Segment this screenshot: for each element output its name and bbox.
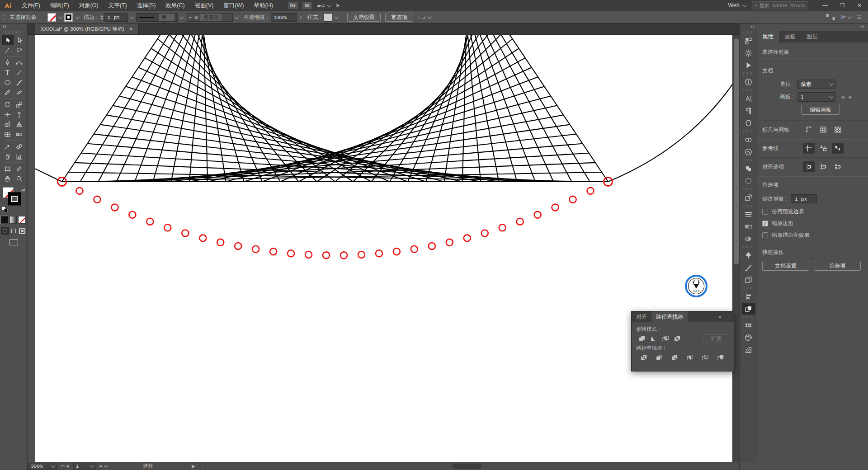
direct-selection-tool[interactable] [14,35,25,45]
status-play-icon[interactable]: ▶ [192,464,195,469]
swap-fill-stroke-icon[interactable]: ⇄ [21,187,25,192]
dock-grip[interactable] [743,31,754,33]
paintbrush-tool[interactable] [14,77,25,87]
dock-grip[interactable] [743,159,754,161]
creative-cloud-panel-icon[interactable] [742,146,755,158]
menu-item[interactable]: 帮助(H) [249,0,278,11]
bridge-button[interactable]: Br [288,2,298,9]
smart-guides-button[interactable] [832,143,844,154]
ellipse-tool[interactable] [2,77,14,87]
export-panel-icon[interactable] [742,192,755,203]
brush-dropdown[interactable]: • 3 点圆形 [186,13,233,22]
menu-item[interactable]: 效果(C) [160,0,189,11]
dock-grip[interactable] [743,287,754,289]
dock-grip[interactable] [743,205,754,207]
artboards-panel-icon[interactable] [742,274,755,286]
exclude-button[interactable] [671,334,683,343]
close-tab-icon[interactable]: ✕ [129,26,133,32]
type-tool[interactable] [2,67,14,77]
slice-tool[interactable] [14,164,25,174]
panel-tab[interactable]: 图层 [801,31,823,42]
info-panel-icon[interactable] [742,76,755,88]
snap-grid-button[interactable] [817,161,829,172]
pencil-tool[interactable] [2,87,14,97]
scale-tool[interactable] [14,99,25,109]
grid-button[interactable] [817,124,829,135]
none-button[interactable] [18,216,26,224]
stock-button[interactable]: St [302,2,312,9]
opacity-expand-icon[interactable]: › [300,14,302,20]
snap-options-icon[interactable]: ⊫ [841,14,850,20]
keyboard-increment-field[interactable]: 1 px [791,194,817,203]
vertical-scroll-thumb[interactable] [734,38,739,264]
dock-grip[interactable] [743,188,754,190]
stock-search-input[interactable]: ⌕ 搜索 Adobe Stock [752,1,808,9]
pathfinder-panel-tab[interactable]: 对齐 [632,311,651,322]
panel-tab[interactable]: 画板 [779,31,801,42]
arrange-icon[interactable]: ▘▗ [826,14,835,20]
expand-button[interactable]: 扩展 [703,334,729,343]
actions-panel-icon[interactable] [742,47,755,59]
panel-collapse-icon[interactable]: » [715,314,724,320]
selection-options-panel-icon[interactable] [742,175,755,187]
ai-logo[interactable]: Ai [0,2,17,9]
guides-button[interactable] [803,143,815,154]
transparency-grid-button[interactable] [832,124,844,135]
puppet-warp-tool[interactable] [14,109,25,119]
outline-button[interactable] [698,352,713,362]
profile-chevron[interactable] [178,13,184,22]
blend-tool[interactable] [14,141,25,151]
magic-wand-tool[interactable] [2,45,14,55]
minus-front-button[interactable] [648,334,660,343]
stroke-color-swatch[interactable] [8,193,21,205]
dock-grip[interactable] [743,130,754,132]
gradient-panel-icon[interactable] [742,221,755,232]
layout-icon[interactable]: ▰▱ [317,2,330,9]
draw-behind-mode[interactable] [9,227,18,235]
panel-tab[interactable]: 属性 [757,31,779,42]
default-fill-stroke-icon[interactable] [2,207,8,212]
horizontal-scroll-thumb[interactable] [453,464,481,469]
stroke-panel-icon[interactable] [742,208,755,220]
menu-item[interactable]: 窗口(W) [218,0,249,11]
zoom-level-dropdown[interactable]: 300% [28,463,57,470]
minimize-button[interactable]: — [816,0,834,11]
menu-item[interactable]: 文件(F) [17,0,45,11]
menu-item[interactable]: 文字(T) [104,0,132,11]
draw-normal-mode[interactable] [1,227,9,235]
symbols-panel-icon[interactable] [742,249,755,261]
play-panel-icon[interactable] [742,59,755,71]
screen-mode-button[interactable] [9,239,18,245]
snap-pixel-button[interactable] [832,161,844,172]
color-panel-icon[interactable] [742,332,755,343]
character-panel-icon[interactable] [742,93,755,104]
stroke-dropdown[interactable] [73,13,80,22]
scroll-left-icon[interactable]: ‹ [202,464,203,469]
align-panel-icon[interactable] [742,291,755,302]
document-tab[interactable]: XXXX.ai* @ 300% (RGB/GPU 预览) ✕ [35,23,139,34]
brush-chevron[interactable] [233,13,240,22]
checkbox[interactable] [762,232,768,238]
eyedropper-tool[interactable] [2,141,14,151]
workspace-switcher[interactable]: Web [722,2,752,9]
gradient-tool[interactable] [14,129,25,139]
divide-button[interactable] [636,352,651,362]
intersect-button[interactable] [660,334,671,343]
toolbox-collapse-icon[interactable]: ⏴⏴ [0,24,27,30]
rotate-tool[interactable] [2,99,14,109]
fill-dropdown[interactable] [57,13,63,22]
menu-item[interactable]: 对象(O) [74,0,104,11]
fill-swatch[interactable] [47,13,56,22]
pen-tool[interactable] [2,57,14,67]
menu-item[interactable]: 编辑(E) [45,0,74,11]
width-tool[interactable] [2,109,14,119]
stroke-width-dropdown[interactable] [128,13,135,22]
curvature-tool[interactable] [14,57,25,67]
menu-item[interactable]: 选择(S) [132,0,161,11]
artboard-panel-panel-icon[interactable] [742,35,755,47]
color-guide-panel-icon[interactable] [742,344,755,356]
share-icon[interactable]: ➤ [335,2,340,9]
unite-button[interactable] [636,334,648,343]
stroke-width-field[interactable]: 1 pt [104,13,128,22]
unit-dropdown[interactable]: 像素 [797,80,835,89]
